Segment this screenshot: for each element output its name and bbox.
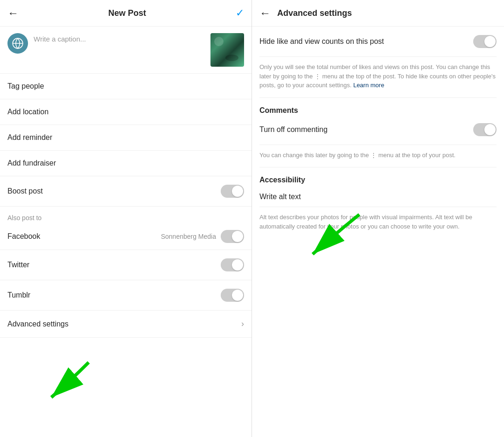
tumblr-item[interactable]: Tumblr (0, 280, 252, 311)
right-back-button[interactable]: ← (259, 7, 271, 20)
add-fundraiser-item[interactable]: Add fundraiser (0, 151, 252, 176)
advanced-settings-item[interactable]: Advanced settings › (0, 311, 252, 338)
add-fundraiser-label: Add fundraiser (7, 159, 56, 167)
boost-post-item[interactable]: Boost post (0, 176, 252, 207)
advanced-settings-chevron: › (241, 319, 244, 329)
accessibility-section: Accessibility Write alt text Alt text de… (252, 167, 504, 236)
also-post-to-section: Also post to (0, 207, 252, 223)
twitter-item[interactable]: Twitter (0, 250, 252, 280)
facebook-right: Sonnenberg Media (161, 230, 244, 243)
write-alt-text-label: Write alt text (259, 193, 301, 201)
comments-section-header: Comments (259, 98, 497, 115)
hide-counts-description: Only you will see the total number of li… (259, 57, 497, 98)
add-location-label: Add location (7, 108, 49, 116)
comments-section: Comments Turn off commenting You can cha… (252, 98, 504, 168)
left-panel: ← New Post ✓ Write a caption... Tag peop… (0, 0, 252, 437)
hide-counts-row: Hide like and view counts on this post (259, 27, 497, 57)
photo-thumbnail (210, 33, 244, 67)
add-location-item[interactable]: Add location (0, 99, 252, 125)
write-alt-text-row[interactable]: Write alt text (259, 184, 497, 207)
advanced-settings-label: Advanced settings (7, 320, 69, 328)
hide-counts-section: Hide like and view counts on this post O… (252, 27, 504, 98)
turn-off-commenting-row: Turn off commenting (259, 115, 497, 145)
facebook-item[interactable]: Facebook Sonnenberg Media (0, 223, 252, 250)
accessibility-header: Accessibility (259, 167, 497, 184)
hide-counts-label: Hide like and view counts on this post (259, 37, 473, 46)
facebook-label: Facebook (7, 232, 40, 241)
twitter-toggle[interactable] (221, 258, 244, 271)
left-check-button[interactable]: ✓ (236, 7, 244, 19)
facebook-toggle[interactable] (221, 230, 244, 243)
tumblr-toggle[interactable] (221, 289, 244, 302)
hide-counts-toggle[interactable] (473, 35, 497, 48)
right-page-title: Advanced settings (277, 8, 352, 18)
boost-post-toggle[interactable] (221, 185, 244, 198)
left-header: ← New Post ✓ (0, 0, 252, 27)
right-header: ← Advanced settings (252, 0, 504, 27)
avatar (7, 33, 28, 54)
alt-text-description: Alt text describes your photos for peopl… (259, 207, 497, 236)
twitter-label: Twitter (7, 261, 29, 269)
add-reminder-label: Add reminder (7, 133, 52, 142)
also-post-to-label: Also post to (7, 214, 42, 222)
right-panel: ← Advanced settings Hide like and view c… (252, 0, 504, 437)
caption-input[interactable]: Write a caption... (34, 33, 205, 43)
commenting-description: You can change this later by going to th… (259, 145, 497, 168)
tag-people-label: Tag people (7, 82, 44, 90)
turn-off-commenting-label: Turn off commenting (259, 125, 473, 134)
globe-icon (12, 37, 24, 49)
caption-area: Write a caption... (0, 27, 252, 74)
tumblr-label: Tumblr (7, 291, 30, 299)
facebook-account: Sonnenberg Media (161, 233, 216, 240)
tag-people-item[interactable]: Tag people (0, 74, 252, 99)
left-back-button[interactable]: ← (7, 7, 19, 20)
turn-off-commenting-toggle[interactable] (473, 123, 497, 136)
add-reminder-item[interactable]: Add reminder (0, 125, 252, 151)
learn-more-link[interactable]: Learn more (353, 82, 384, 89)
boost-post-label: Boost post (7, 187, 43, 195)
left-page-title: New Post (108, 8, 146, 18)
